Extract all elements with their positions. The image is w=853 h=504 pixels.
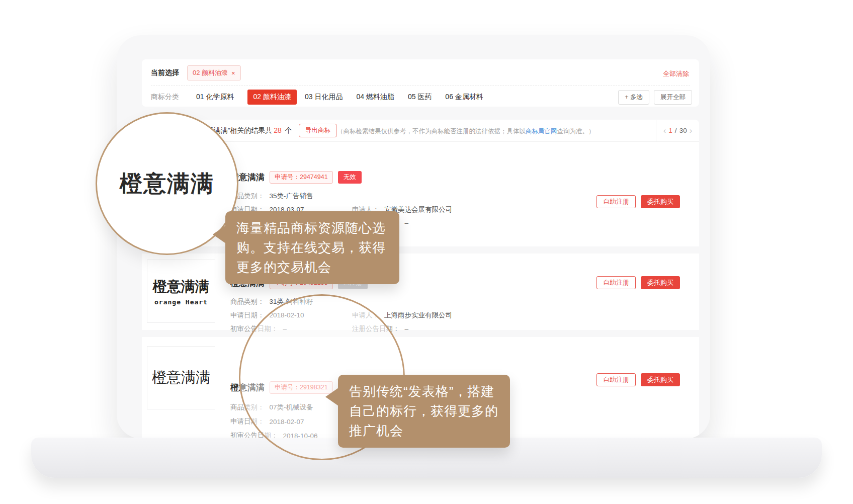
filter-card: 当前选择 02 颜料油漆 × 全部清除 商标分类 01 化学原料 02 颜料油漆… <box>142 59 699 107</box>
clear-all-button[interactable]: 全部清除 <box>663 69 689 78</box>
category-item-06[interactable]: 06 金属材料 <box>445 93 483 102</box>
trademark-thumbnail-3[interactable]: 橙意满满 <box>147 346 215 409</box>
expand-all-button[interactable]: 展开全部 <box>654 90 692 105</box>
callout-line: 海量精品商标资源随心选 <box>236 218 388 238</box>
thumbnail-text: 橙意满满 <box>152 368 210 388</box>
callout-marketplace: 海量精品商标资源随心选 购。支持在线交易，获得 更多的交易机会 <box>225 211 399 284</box>
thumbnail-subtext: orange Heart <box>154 298 208 306</box>
row-actions: 自助注册 委托购买 <box>596 195 680 208</box>
category-item-01[interactable]: 01 化学原料 <box>196 93 234 102</box>
category-row-label: 商标分类 <box>151 93 179 102</box>
trademark-office-link[interactable]: 商标局官网 <box>526 128 557 135</box>
callout-arrow-left <box>325 388 338 406</box>
row-title: 橙意满满 申请号：29474941 无效 <box>230 171 362 184</box>
tag-close-icon[interactable]: × <box>231 69 235 77</box>
category-item-03[interactable]: 03 日化用品 <box>305 93 343 102</box>
prev-page-icon[interactable]: ‹ <box>663 126 666 135</box>
row-actions: 自助注册 委托购买 <box>596 373 680 386</box>
callout-promotion: 告别传统“发表格”，搭建 自己的标行，获得更多的 推广机会 <box>338 375 510 448</box>
category-item-04[interactable]: 04 燃料油脂 <box>356 93 394 102</box>
page-separator: / <box>675 127 677 134</box>
disclaimer-post: 查询为准。） <box>557 128 595 135</box>
callout-line: 告别传统“发表格”，搭建 <box>349 382 499 401</box>
trademark-thumbnail-2[interactable]: 橙意满满 orange Heart <box>147 260 215 323</box>
self-register-button[interactable]: 自助注册 <box>596 276 636 289</box>
category-item-02-selected[interactable]: 02 颜料油漆 <box>247 90 296 105</box>
selected-filter-tag-label: 02 颜料油漆 <box>193 68 228 77</box>
dashed-divider <box>151 86 690 86</box>
results-count: 28 <box>274 126 282 134</box>
callout-arrow-left <box>213 225 226 243</box>
application-number-badge: 申请号：29474941 <box>270 171 333 184</box>
callout-line: 更多的交易机会 <box>236 258 388 277</box>
results-header: 检索到“橙意满满”相关的结果共28 个 导出商标 （商标检索结果仅供参考，不作为… <box>142 120 699 142</box>
total-pages: 30 <box>679 127 687 134</box>
category-item-05[interactable]: 05 医药 <box>408 93 432 102</box>
callout-line: 自己的标行，获得更多的 <box>349 401 499 421</box>
self-register-button[interactable]: 自助注册 <box>596 373 636 386</box>
category-row: 商标分类 01 化学原料 02 颜料油漆 03 日化用品 04 燃料油脂 05 … <box>151 90 692 105</box>
selected-filter-tag[interactable]: 02 颜料油漆 × <box>187 65 241 80</box>
results-summary-suffix: 个 <box>285 126 292 134</box>
category-line: 商品类别：35类-广告销售 <box>230 189 313 203</box>
thumbnail-text: 橙意满满 <box>153 277 209 296</box>
entrust-buy-button[interactable]: 委托购买 <box>641 373 680 386</box>
disclaimer-text: （商标检索结果仅供参考，不作为商标能否注册的法律依据；具体以商标局官网查询为准。… <box>337 127 595 136</box>
entrust-buy-button[interactable]: 委托购买 <box>641 195 680 208</box>
self-register-button[interactable]: 自助注册 <box>596 195 636 208</box>
current-selection-row: 当前选择 02 颜料油漆 × <box>151 65 241 80</box>
row-actions: 自助注册 委托购买 <box>596 276 680 289</box>
entrust-buy-button[interactable]: 委托购买 <box>641 276 680 289</box>
current-selection-label: 当前选择 <box>151 68 179 77</box>
multi-select-button[interactable]: + 多选 <box>618 90 649 105</box>
export-trademark-button[interactable]: 导出商标 <box>299 124 337 137</box>
callout-line: 推广机会 <box>349 421 499 441</box>
disclaimer-pre: （商标检索结果仅供参考，不作为商标能否注册的法律依据；具体以 <box>337 128 526 135</box>
callout-line: 购。支持在线交易，获得 <box>236 238 388 258</box>
current-page: 1 <box>668 127 672 134</box>
pagination: ‹ 1 / 30 › <box>656 120 699 141</box>
magnified-trademark-text: 橙意满满 <box>120 169 214 199</box>
status-badge-invalid: 无效 <box>338 171 362 184</box>
next-page-icon[interactable]: › <box>690 126 693 135</box>
